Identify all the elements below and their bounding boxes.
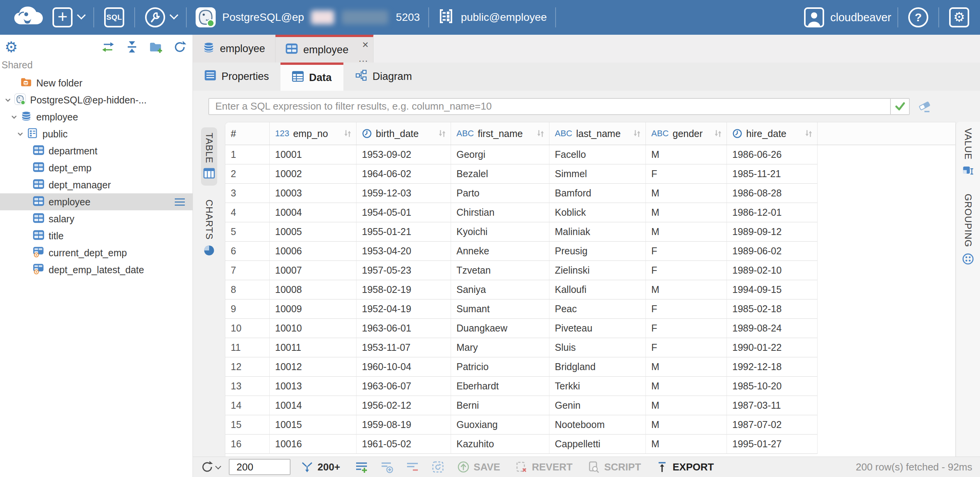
sql-filter-input[interactable] [209,99,890,114]
cell-first-name[interactable]: Patricio [451,357,549,377]
cell-hire-date[interactable]: 1986-12-01 [727,203,818,222]
script-button[interactable]: SCRIPT [587,460,641,474]
cell-gender[interactable]: M [646,396,727,415]
cell-emp-no[interactable]: 10009 [270,299,357,319]
cell-first-name[interactable]: Berni [451,396,549,415]
cell-last-name[interactable]: Peac [549,299,646,319]
cell-birth-date[interactable]: 1952-04-19 [357,299,451,319]
cell-emp-no[interactable]: 10012 [270,357,357,377]
tab-employee-object[interactable]: employee [193,35,275,63]
cell-emp-no[interactable]: 10007 [270,261,357,280]
cell-birth-date[interactable]: 1954-05-01 [357,203,451,222]
row-number-cell[interactable]: 4 [225,203,270,222]
cell-emp-no[interactable]: 10002 [270,164,357,184]
cell-last-name[interactable]: Bridgland [549,357,646,377]
export-button[interactable]: EXPORT [656,460,714,474]
sort-icon[interactable] [434,129,447,138]
cell-hire-date[interactable]: 1990-01-22 [727,338,818,357]
column-header[interactable]: 123 emp_no [270,122,357,145]
expand-chevron-icon[interactable] [3,97,12,103]
sort-icon[interactable] [801,129,813,138]
cell-gender[interactable]: M [646,184,727,203]
cell-first-name[interactable]: Kazuhito [451,435,549,454]
row-number-cell[interactable]: 2 [225,164,270,184]
column-header[interactable]: ABC gender [646,122,727,145]
row-number-cell[interactable]: 10 [225,319,270,338]
tab-table-presentation[interactable]: TABLE [201,127,217,186]
cell-hire-date[interactable]: 1985-02-18 [727,299,818,319]
cell-gender[interactable]: F [646,261,727,280]
cell-birth-date[interactable]: 1953-09-02 [357,145,451,164]
cell-emp-no[interactable]: 10010 [270,319,357,338]
delete-row-button[interactable] [406,460,419,474]
cell-first-name[interactable]: Saniya [451,280,549,299]
tree-node[interactable]: dept_emp_latest_date [0,261,193,278]
tree-node[interactable]: current_dept_emp [0,244,193,261]
cell-emp-no[interactable]: 10016 [270,435,357,454]
cell-hire-date[interactable]: 1987-07-02 [727,415,818,435]
column-header[interactable]: hire_date [727,122,818,145]
cell-emp-no[interactable]: 10015 [270,415,357,435]
cell-hire-date[interactable]: 1985-10-20 [727,377,818,396]
sidebar-settings-icon[interactable]: ⚙ [5,40,18,54]
sync-connection-icon[interactable] [101,41,115,54]
row-number-cell[interactable]: 11 [225,338,270,357]
cell-emp-no[interactable]: 10005 [270,222,357,242]
expand-chevron-icon[interactable] [15,131,25,137]
cell-gender[interactable]: M [646,280,727,299]
close-icon[interactable]: × [362,39,368,50]
user-menu[interactable]: cloudbeaver [804,7,891,27]
tab-grouping-panel[interactable]: GROUPING [962,194,974,267]
tree-node[interactable]: title [0,227,193,244]
row-number-cell[interactable]: 1 [225,145,270,164]
cell-hire-date[interactable]: 1992-12-18 [727,357,818,377]
cell-gender[interactable]: M [646,357,727,377]
duplicate-row-button[interactable] [380,460,394,474]
expand-chevron-icon[interactable] [9,114,19,120]
cell-first-name[interactable]: Eberhardt [451,377,549,396]
cell-last-name[interactable]: Bamford [549,184,646,203]
cell-first-name[interactable]: Georgi [451,145,549,164]
connection-selector[interactable]: PostgreSQL@ep 5203 [193,7,422,28]
cell-emp-no[interactable]: 10003 [270,184,357,203]
refresh-cell-button[interactable] [431,460,444,474]
cell-birth-date[interactable]: 1959-12-03 [357,184,451,203]
cell-last-name[interactable]: Genin [549,396,646,415]
schema-selector[interactable]: public@employee [435,8,549,27]
tab-value-panel[interactable]: VALUE [962,128,974,178]
cell-gender[interactable]: F [646,338,727,357]
cell-last-name[interactable]: Zielinski [549,261,646,280]
cell-last-name[interactable]: Cappelletti [549,435,646,454]
cell-birth-date[interactable]: 1958-02-19 [357,280,451,299]
cell-first-name[interactable]: Sumant [451,299,549,319]
cell-first-name[interactable]: Anneke [451,242,549,261]
sql-editor-button[interactable]: SQL [100,0,128,35]
refresh-icon[interactable] [173,41,186,54]
cell-first-name[interactable]: Duangkaew [451,319,549,338]
cell-last-name[interactable]: Kalloufi [549,280,646,299]
row-number-cell[interactable]: 5 [225,222,270,242]
cell-first-name[interactable]: Tzvetan [451,261,549,280]
cell-birth-date[interactable]: 1963-06-07 [357,377,451,396]
cell-emp-no[interactable]: 10014 [270,396,357,415]
tab-options-icon[interactable]: … [358,56,368,62]
cell-birth-date[interactable]: 1957-05-23 [357,261,451,280]
cell-birth-date[interactable]: 1953-04-20 [357,242,451,261]
cell-last-name[interactable]: Piveteau [549,319,646,338]
cell-emp-no[interactable]: 10008 [270,280,357,299]
add-row-button[interactable] [355,460,368,474]
help-button[interactable]: ? [904,0,932,35]
cell-gender[interactable]: M [646,222,727,242]
cell-last-name[interactable]: Koblick [549,203,646,222]
save-button[interactable]: SAVE [457,460,500,474]
cell-first-name[interactable]: Mary [451,338,549,357]
row-number-cell[interactable]: 12 [225,357,270,377]
row-number-cell[interactable]: 6 [225,242,270,261]
cell-hire-date[interactable]: 1986-06-26 [727,145,818,164]
cell-birth-date[interactable]: 1961-05-02 [357,435,451,454]
tab-properties[interactable]: Properties [193,63,280,91]
cell-birth-date[interactable]: 1960-10-04 [357,357,451,377]
new-folder-icon[interactable] [149,41,162,54]
cell-hire-date[interactable]: 1989-02-10 [727,261,818,280]
apply-filter-icon[interactable] [890,99,909,114]
